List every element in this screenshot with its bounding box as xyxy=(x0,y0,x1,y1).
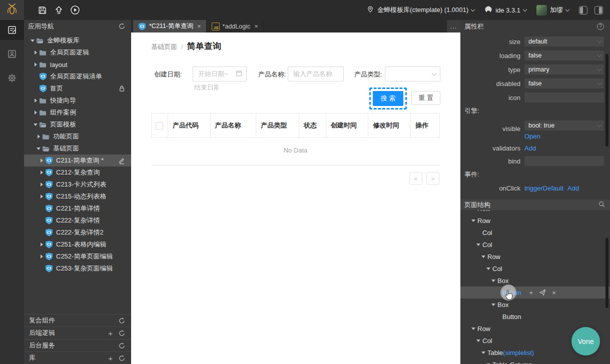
structure-tree-item[interactable]: Col xyxy=(460,262,610,274)
prop-select-size[interactable]: default xyxy=(524,36,604,46)
sidebar-tree-item[interactable]: C222-复杂详情2 xyxy=(24,226,131,238)
sidebar-tree-item[interactable]: 功能页面 xyxy=(24,130,131,142)
product-type-select[interactable] xyxy=(385,66,440,82)
sidebar-tree-item[interactable]: 页面模板 xyxy=(24,118,131,130)
prop-input-bind[interactable] xyxy=(524,156,604,166)
refresh-icon[interactable] xyxy=(119,318,125,324)
sidebar-tree-item[interactable]: 金蝉模板库 xyxy=(24,34,131,46)
close-icon[interactable]: × xyxy=(254,22,258,30)
caret-closed-icon[interactable] xyxy=(38,182,45,186)
caret-open-icon[interactable] xyxy=(491,304,497,306)
caret-open-icon[interactable] xyxy=(471,220,477,222)
date-range-input[interactable]: 开始日期~ xyxy=(193,66,247,82)
caret-open-icon[interactable] xyxy=(491,280,497,282)
delete-icon[interactable]: × xyxy=(552,289,556,296)
refresh-icon[interactable] xyxy=(119,330,125,336)
refresh-icon[interactable] xyxy=(119,342,125,349)
sidebar-tree-item[interactable]: C213-卡片式列表 xyxy=(24,178,131,190)
prop-input-icon[interactable] xyxy=(524,92,604,102)
prop-select-type[interactable]: primary xyxy=(524,64,604,74)
sidebar-tree-item[interactable]: 基础页面 xyxy=(24,142,131,154)
sidebar-tree-item[interactable]: 快捷向导 xyxy=(24,94,131,106)
caret-closed-icon[interactable] xyxy=(38,194,45,198)
app-logo[interactable] xyxy=(0,0,24,20)
caret-open-icon[interactable] xyxy=(29,40,36,42)
toggle-right-panel-icon[interactable] xyxy=(594,6,603,14)
rail-item-pages[interactable] xyxy=(0,20,24,40)
structure-tree-item[interactable]: Button+× xyxy=(460,286,610,298)
sidebar-tree-item[interactable]: C215-动态列表格 xyxy=(24,190,131,202)
prop-select-visible[interactable]: bool: true xyxy=(524,120,604,130)
tab-more-button[interactable]: ... xyxy=(447,20,460,32)
caret-open-icon[interactable] xyxy=(481,256,487,258)
structure-tree-item[interactable]: Button xyxy=(460,310,610,322)
prop-select-loading[interactable]: false xyxy=(524,50,604,60)
rail-item-settings[interactable] xyxy=(0,68,24,88)
help-icon[interactable]: ? xyxy=(597,23,604,30)
sidebar-tree-item[interactable]: C251-表格内编辑 xyxy=(24,238,131,250)
sidebar-section-复合组件[interactable]: 复合组件 xyxy=(24,314,131,326)
search-icon[interactable] xyxy=(598,201,605,209)
close-icon[interactable]: × xyxy=(197,22,201,30)
sidebar-section-库[interactable]: 库+ xyxy=(24,352,131,364)
edit-pencil-icon[interactable] xyxy=(118,157,131,164)
sidebar-tree-item[interactable]: C212-复杂查询 xyxy=(24,166,131,178)
user-menu[interactable]: 加缪 xyxy=(536,5,569,16)
structure-tree-item[interactable]: Row xyxy=(460,214,610,226)
search-button[interactable]: 搜 索 xyxy=(373,91,403,106)
breadcrumb-parent[interactable]: 基础页面 xyxy=(151,42,177,52)
scrollbar-thumb[interactable] xyxy=(605,238,608,308)
refresh-icon[interactable] xyxy=(119,23,125,30)
ide-version-switcher[interactable]: ide 3.3.1 xyxy=(484,6,526,15)
sidebar-tree-item[interactable]: C222-复杂详情 xyxy=(24,214,131,226)
sidebar-tree-item[interactable]: C252-简单页面编辑 xyxy=(24,250,131,262)
workspace-switcher[interactable]: 金蝉模板库(ctemplate) (1.0001) xyxy=(366,6,474,15)
refresh-icon[interactable] xyxy=(119,355,125,362)
editor-tab[interactable]: JS*addLogic× xyxy=(207,20,264,32)
structure-tree-item[interactable]: Box xyxy=(460,298,610,310)
structure-tree-item[interactable]: Col xyxy=(460,226,610,238)
structure-tree-item[interactable]: Col xyxy=(460,238,610,250)
add-child-icon[interactable]: + xyxy=(529,289,533,296)
rocket-icon[interactable] xyxy=(539,289,546,296)
prop-link-triggerdefault[interactable]: triggerDefault xyxy=(524,184,563,192)
caret-closed-icon[interactable] xyxy=(38,242,45,246)
vone-fab-button[interactable]: Vone xyxy=(571,327,600,356)
rail-item-assets[interactable] xyxy=(0,44,24,64)
caret-open-icon[interactable] xyxy=(481,352,487,354)
prop-select-disabled[interactable]: false xyxy=(524,78,604,88)
editor-tab[interactable]: *C211-简单查询× xyxy=(133,20,207,32)
scrollbar-thumb[interactable] xyxy=(605,54,608,146)
prop-link-open[interactable]: Open xyxy=(524,132,540,140)
product-name-input[interactable]: 输入产品名称 xyxy=(288,66,344,82)
caret-closed-icon[interactable] xyxy=(35,134,42,138)
caret-closed-icon[interactable] xyxy=(32,98,39,102)
play-icon[interactable] xyxy=(70,5,80,15)
caret-closed-icon[interactable] xyxy=(32,50,39,54)
caret-closed-icon[interactable] xyxy=(38,158,45,162)
caret-closed-icon[interactable] xyxy=(38,170,45,174)
pagination-next-button[interactable]: > xyxy=(426,172,439,185)
sidebar-tree-item[interactable]: 全局页面逻辑 xyxy=(24,46,131,58)
toggle-left-panel-icon[interactable] xyxy=(579,6,587,14)
sidebar-tree-item[interactable]: 首页 xyxy=(24,82,131,94)
structure-tree-item[interactable]: Row xyxy=(460,210,610,214)
structure-tree-item[interactable]: Box xyxy=(460,274,610,286)
sidebar-section-后端逻辑[interactable]: 后端逻辑+ xyxy=(24,326,131,339)
sidebar-tree-item[interactable]: layout xyxy=(24,58,131,70)
sidebar-tree-item[interactable]: C211-简单查询 * xyxy=(24,154,131,166)
structure-tree-item[interactable]: Row xyxy=(460,250,610,262)
caret-closed-icon[interactable] xyxy=(38,254,45,258)
plus-icon[interactable]: + xyxy=(108,354,113,362)
save-icon[interactable] xyxy=(37,5,47,15)
caret-open-icon[interactable] xyxy=(476,340,482,342)
pagination-prev-button[interactable]: < xyxy=(409,172,422,185)
sidebar-tree-item[interactable]: 组件案例 xyxy=(24,106,131,118)
caret-open-icon[interactable] xyxy=(471,328,477,330)
caret-open-icon[interactable] xyxy=(476,244,482,246)
caret-closed-icon[interactable] xyxy=(32,62,39,66)
prop-link-add[interactable]: Add xyxy=(567,184,579,192)
sidebar-tree-item[interactable]: 全局页面逻辑清单 xyxy=(24,70,131,82)
plus-icon[interactable]: + xyxy=(108,330,113,337)
prop-link-add[interactable]: Add xyxy=(524,144,536,152)
